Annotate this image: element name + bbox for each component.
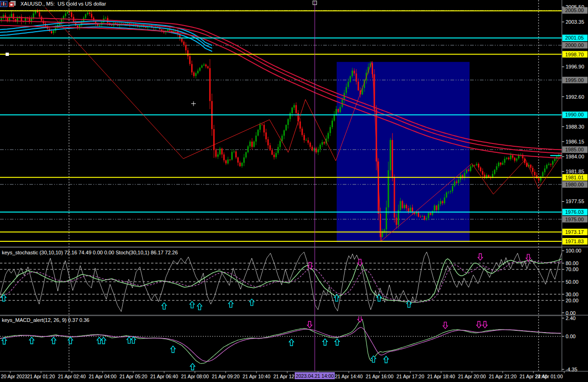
price-badge-label: 1998.70: [565, 52, 584, 57]
price-tick-label: 1988.30: [566, 124, 584, 130]
price-badge: 1981.01: [562, 174, 588, 181]
stochastic-panel: [0, 249, 562, 314]
buy-signal-arrow-icon: [190, 363, 195, 370]
buy-signal-arrow-icon: [323, 339, 327, 345]
price-badge: 1980.00: [562, 181, 588, 188]
time-tick-label: 21 Apr 14:40: [335, 374, 363, 379]
price-badge-label: 1980.00: [565, 182, 584, 187]
price-tick-label: 1986.15: [566, 139, 584, 144]
chart-window-icon[interactable]: [0, 1, 7, 7]
sell-signal-arrow-icon: [358, 316, 362, 322]
crosshair-time-label: 2023.04.21 14:00: [296, 373, 334, 379]
sell-signal-arrow-icon: [307, 321, 312, 328]
candlestick-series: [1, 9, 562, 241]
chart-shift-icon[interactable]: [9, 1, 16, 7]
price-badge-label: 2000.00: [565, 42, 584, 48]
buy-signal-arrow-icon: [131, 337, 136, 343]
time-tick-label: 21 Apr 21:20: [489, 374, 517, 379]
buy-signal-arrow-icon: [197, 303, 202, 310]
highlight-rectangle-object[interactable]: [337, 62, 470, 242]
time-tick-label: 21 Apr 08:00: [181, 374, 209, 379]
price-badge-label: 1981.01: [565, 175, 584, 180]
price-badge: 2000.00: [562, 42, 588, 48]
price-scale[interactable]: 2005.502003.351996.901992.601988.301986.…: [562, 4, 588, 245]
time-tick-label: 20 Apr 2023: [1, 374, 28, 379]
chart-titlebar: XAUUSD., M5: US Gold vs US dollar: [0, 0, 106, 7]
stoch-scale-label: 70.00: [566, 266, 579, 272]
buy-signal-arrow-icon: [190, 301, 194, 308]
sell-signal-arrow-icon: [483, 321, 487, 328]
buy-signal-arrow-icon: [249, 299, 254, 306]
macd-main-line: [0, 320, 561, 363]
macd-scale-label: 2.40: [566, 315, 575, 321]
macd-scale-label: -4.35: [566, 367, 577, 372]
sell-signal-arrow-icon: [358, 259, 362, 266]
time-tick-label: 21 Apr 05:20: [119, 374, 147, 379]
macd-scale: 2.400.00-4.35: [562, 315, 577, 372]
time-scale[interactable]: 20 Apr 202321 Apr 01:2021 Apr 02:4021 Ap…: [1, 371, 564, 379]
zigzag-trendlines[interactable]: [45, 7, 561, 241]
price-tick-label: 1981.85: [566, 169, 584, 174]
chart-svg: 2005.502003.351996.901992.601988.301986.…: [0, 0, 588, 382]
mt5-chart-window: XAUUSD., M5: US Gold vs US dollar keys_s…: [0, 0, 588, 382]
buy-signal-arrow-icon: [335, 339, 339, 345]
macd-panel: [0, 316, 562, 371]
price-badge: 2001.05: [562, 34, 588, 41]
price-badge: 1990.00: [562, 112, 588, 118]
main-price-panel: [0, 0, 562, 247]
price-badge: 2005.00: [562, 7, 588, 14]
stoch-scale-label: 30.00: [566, 292, 579, 297]
sell-signal-arrow-icon: [443, 322, 448, 328]
mouse-cursor-cross-icon: [191, 102, 196, 106]
buy-signal-arrow-icon: [97, 337, 102, 344]
sell-signal-arrow-icon: [526, 254, 531, 261]
buy-signal-arrow-icon: [162, 303, 166, 309]
price-badge-label: 1973.17: [565, 229, 584, 235]
time-tick-label: 21 Apr 02:40: [58, 374, 86, 379]
stoch-scale-label: 0.00: [566, 310, 575, 316]
stoch-scale-label: 80.00: [566, 260, 579, 266]
time-tick-label: 24 Apr 01:00: [535, 374, 563, 379]
price-tick-label: 2003.35: [566, 19, 584, 25]
price-tick-label: 1984.00: [566, 154, 584, 159]
price-badge: 1975.00: [562, 216, 588, 223]
time-tick-label: 21 Apr 04:00: [89, 374, 117, 379]
sell-signal-arrow-icon: [478, 254, 483, 260]
time-tick-label: 21 Apr 17:20: [396, 374, 424, 379]
price-badge-label: 1985.00: [565, 147, 584, 152]
buy-signal-arrow-icon: [384, 356, 388, 363]
price-badge-label: 1971.83: [565, 239, 584, 244]
price-tick-label: 1996.90: [566, 64, 584, 69]
cyan-level-lines[interactable]: [0, 38, 562, 212]
panel-borders: [0, 0, 588, 371]
buy-signal-arrow-icon: [127, 337, 131, 343]
buy-signal-arrow-icon: [51, 337, 56, 344]
price-badge: 1995.00: [562, 77, 588, 83]
buy-signal-arrow-icon: [101, 337, 106, 344]
buy-signal-arrow-icon: [334, 295, 339, 301]
price-badge-label: 1976.03: [565, 209, 584, 215]
price-badge-label: 2005.00: [565, 7, 584, 13]
stoch-scale-label: 100.00: [566, 248, 581, 253]
buy-signal-arrow-icon: [171, 346, 175, 353]
stoch-main-line: [0, 259, 561, 302]
stoch-scale-label: 20.00: [566, 298, 579, 303]
stoch-scale-label: 50.00: [566, 279, 579, 285]
price-badge: 1998.70: [562, 51, 588, 58]
chart-title: XAUUSD., M5: US Gold vs US dollar: [21, 1, 106, 7]
price-tick-label: 1992.60: [566, 94, 584, 100]
buy-signal-arrow-icon: [2, 338, 7, 344]
time-tick-label: 21 Apr 16:00: [366, 374, 394, 379]
price-badge: 1976.03: [562, 209, 588, 215]
chart-window-icon-glyph: [0, 1, 7, 7]
price-badge-label: 1995.00: [565, 77, 584, 83]
price-badge-label: 1990.00: [565, 112, 584, 117]
buy-signal-arrow-icon: [29, 337, 34, 344]
crosshair-time-badge: 2023.04.21 14:00: [295, 372, 335, 379]
buy-signal-arrow-icon: [228, 301, 233, 307]
price-badge-label: 2001.05: [565, 35, 584, 41]
time-tick-label: 21 Apr 09:20: [212, 374, 240, 379]
price-badge: 1971.83: [562, 238, 588, 245]
selected-line-handle[interactable]: [6, 53, 9, 56]
chart-shift-icon-glyph: [9, 1, 16, 7]
